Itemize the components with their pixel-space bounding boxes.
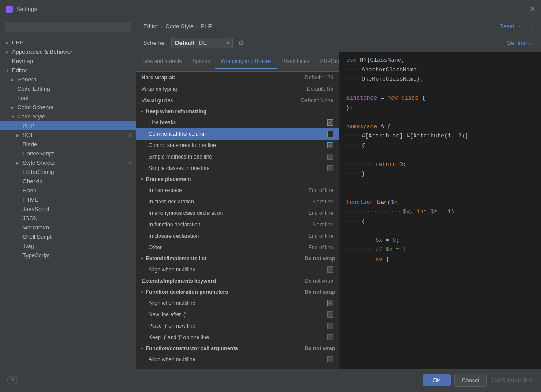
collapse-icon: ▼ — [140, 290, 144, 295]
setting-label: Simple classes in one line — [149, 165, 327, 171]
tab-tabs-indents[interactable]: Tabs and Indents — [136, 55, 187, 69]
arrow-icon: ▶ — [16, 161, 22, 165]
sidebar-item-haml[interactable]: ▶ Haml — [0, 186, 136, 195]
tab-spaces[interactable]: Spaces — [187, 55, 215, 69]
setting-control-statement: Control statement in one line — [136, 140, 339, 151]
code-line: ········return 0; — [339, 160, 541, 170]
tab-blank-lines[interactable]: Blank Lines — [277, 55, 315, 69]
checkbox-line-breaks[interactable] — [327, 119, 333, 126]
sidebar-item-typescript[interactable]: ▶ TypeScript — [0, 251, 136, 260]
checkbox-simple-classes[interactable] — [327, 165, 333, 171]
sidebar-item-code-style[interactable]: ▼ Code Style — [0, 112, 136, 121]
sidebar-item-blade[interactable]: ▶ Blade — [0, 140, 136, 149]
panel-header: Editor › Code Style › PHP Reset ← → — [136, 18, 541, 34]
section-extends-list[interactable]: ▼ Extends/implements list Do not wrap — [136, 253, 339, 264]
panel-body: Tabs and Indents Spaces Wrapping and Bra… — [136, 52, 541, 369]
setting-value: Default: No — [307, 86, 333, 92]
scheme-dropdown[interactable]: Default IDE ▾ — [171, 38, 233, 48]
section-braces-placement[interactable]: ▼ Braces placement — [136, 174, 339, 185]
setting-label: Line breaks — [149, 119, 327, 126]
sidebar-item-style-sheets[interactable]: ▶ Style Sheets ⊞ — [0, 158, 136, 167]
sidebar-item-appearance[interactable]: ▶ Appearance & Behavior — [0, 47, 136, 56]
sidebar-item-php[interactable]: ▶ PHP — [0, 38, 136, 47]
collapse-icon: ▼ — [140, 346, 144, 351]
sidebar-item-php-child[interactable]: ▶ PHP — [0, 121, 136, 130]
sidebar-item-gherkin[interactable]: ▶ Gherkin — [0, 177, 136, 186]
help-button[interactable]: ? — [7, 376, 17, 385]
sidebar-item-twig[interactable]: ▶ Twig — [0, 241, 136, 251]
tab-wrapping[interactable]: Wrapping and Braces — [215, 55, 276, 69]
breadcrumb-code-style: Code Style — [165, 23, 194, 30]
code-line: function bar($x, — [339, 198, 541, 207]
scheme-value-rest: IDE — [197, 40, 207, 46]
section-call-args[interactable]: ▼ Function/constructor call arguments Do… — [136, 343, 339, 354]
arrow-icon: ▼ — [6, 68, 11, 73]
sidebar-item-editor[interactable]: ▼ Editor — [0, 66, 136, 75]
code-line: ····#[Attribute] #[Attribute(1, 2)] — [339, 131, 541, 141]
code-line: use N\{ClassName, — [339, 55, 541, 65]
collapse-icon: ▼ — [140, 256, 144, 261]
checkbox-align-multiline-1[interactable] — [327, 266, 333, 273]
section-keep-reformatting[interactable]: ▼ Keep when reformatting — [136, 106, 339, 117]
chevron-down-icon: ▾ — [227, 40, 230, 46]
code-line — [339, 150, 541, 160]
pin-icon: ⊞ — [129, 160, 132, 165]
code-line: namespace A { — [339, 122, 541, 132]
sidebar-label: Blade — [22, 141, 132, 148]
sidebar-label: Style Sheets — [22, 159, 129, 166]
checkbox-align-multiline-3[interactable] — [327, 356, 333, 362]
forward-button[interactable]: → — [527, 22, 534, 30]
sidebar-item-editorconfig[interactable]: ▶ EditorConfig — [0, 167, 136, 177]
setting-label: Other — [149, 244, 305, 251]
setting-comment-first-col[interactable]: Comment at first column — [136, 128, 339, 140]
app-icon — [6, 6, 13, 13]
ok-button[interactable]: OK — [423, 374, 451, 386]
sidebar-item-font[interactable]: ▶ Font — [0, 93, 136, 103]
checkbox-place-paren[interactable] — [327, 323, 333, 329]
sidebar-item-color-scheme[interactable]: ▶ Color Scheme — [0, 103, 136, 112]
checkbox-newline-after[interactable] — [327, 311, 333, 318]
set-from-button[interactable]: Set from... — [507, 40, 534, 46]
sidebar-item-general[interactable]: ▶ General — [0, 75, 136, 84]
checkbox-simple-methods[interactable] — [327, 154, 333, 160]
sidebar-item-sql[interactable]: ▶ SQL ⊞ — [0, 130, 136, 140]
sidebar-item-shell-script[interactable]: ▶ Shell Script — [0, 232, 136, 241]
sidebar-item-json[interactable]: ▶ JSON — [0, 214, 136, 223]
checkbox-keep-paren-brace[interactable] — [327, 334, 333, 340]
search-input[interactable] — [5, 22, 131, 32]
checkbox-comment-first-col[interactable] — [327, 131, 333, 137]
tab-phpdoc[interactable]: PHPDoc — [315, 55, 339, 69]
settings-content: Hard wrap at: Default: 120 Wrap on typin… — [136, 72, 339, 369]
sidebar-item-html[interactable]: ▶ HTML — [0, 195, 136, 204]
back-button[interactable]: ← — [518, 22, 524, 30]
setting-label: Align when multiline — [149, 266, 327, 273]
sidebar-label: Keymap — [12, 58, 132, 64]
section-function-params[interactable]: ▼ Function declaration parameters Do not… — [136, 287, 339, 297]
sidebar-item-javascript[interactable]: ▶ JavaScript — [0, 204, 136, 214]
sidebar-label: Editor — [12, 67, 132, 74]
setting-value: Do not wrap — [305, 289, 335, 295]
sidebar-item-keymap[interactable]: ▶ Keymap — [0, 56, 136, 66]
sidebar-item-markdown[interactable]: ▶ Markdown — [0, 223, 136, 232]
scheme-label: Scheme: — [143, 40, 166, 46]
cancel-button[interactable]: Cancel — [454, 374, 487, 387]
sidebar-item-coffeescript[interactable]: ▶ CoffeeScript — [0, 149, 136, 158]
arrow-icon: ▶ — [11, 105, 16, 110]
setting-place-paren: Place ')' on new line — [136, 320, 339, 332]
setting-visual-guides: Visual guides Default: None — [136, 95, 339, 106]
setting-wrap-typing: Wrap on typing Default: No — [136, 83, 339, 95]
code-line: ····AnotherClassName, — [339, 65, 541, 75]
close-button[interactable]: ✕ — [530, 5, 535, 13]
checkbox-align-multiline-2[interactable] — [327, 300, 333, 306]
setting-align-multiline-1: Align when multiline — [136, 264, 339, 275]
collapse-icon: ▼ — [140, 109, 144, 114]
setting-keep-paren-brace: Keep ')' and '{' on one line — [136, 332, 339, 343]
pin-icon: ⊞ — [129, 133, 132, 137]
reset-button[interactable]: Reset — [499, 23, 514, 30]
gear-icon[interactable]: ⚙ — [238, 39, 244, 47]
sidebar-item-code-editing[interactable]: ▶ Code Editing — [0, 84, 136, 93]
checkbox-control-statement[interactable] — [327, 142, 333, 148]
code-line: }; — [339, 103, 541, 113]
arrow-icon: ▶ — [6, 41, 11, 45]
sidebar-label: Code Style — [17, 113, 132, 120]
